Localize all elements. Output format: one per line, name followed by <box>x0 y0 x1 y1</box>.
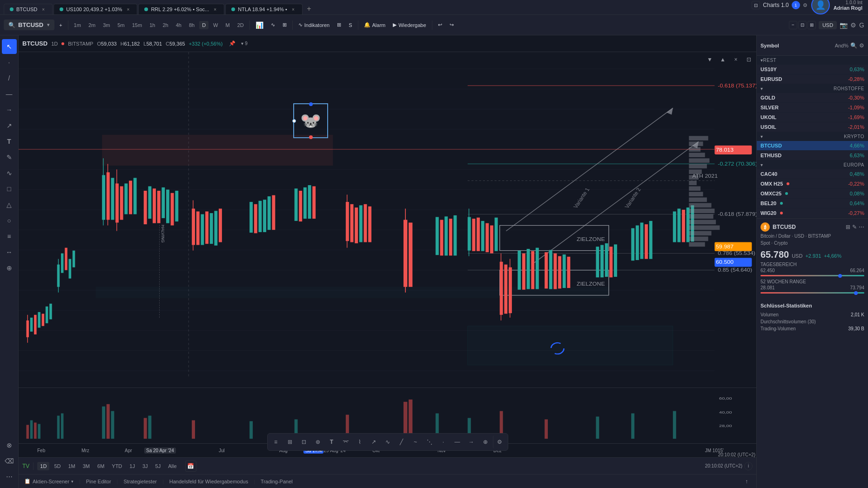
btool-line[interactable]: ∿ <box>381 435 394 448</box>
tf-opt-1m[interactable]: 1M <box>65 462 78 470</box>
tool-zoom[interactable]: ⊕ <box>2 261 17 275</box>
tf-m[interactable]: M <box>222 21 232 29</box>
minimize-chart-btn[interactable]: − <box>789 21 797 29</box>
tf-opt-ytd[interactable]: YTD <box>109 462 125 470</box>
tf-2h[interactable]: 2h <box>160 21 171 29</box>
redo-btn[interactable]: ↪ <box>447 20 457 30</box>
settings-btn[interactable]: ⚙ <box>850 21 856 29</box>
watchlist-group-rest[interactable]: ▾ REST <box>757 56 868 65</box>
tf-opt-3y[interactable]: 3J <box>140 462 151 470</box>
chart-ctrl-close[interactable]: × <box>730 54 741 65</box>
tool-hline[interactable]: — <box>2 87 17 101</box>
tf-opt-5d[interactable]: 5D <box>51 462 63 470</box>
btc-more-icon[interactable]: ⋯ <box>859 224 864 230</box>
chart-style-btn[interactable]: ∿ <box>268 20 278 30</box>
watchlist-group-krypto[interactable]: ▾ KRYPTO <box>757 132 868 141</box>
tool-ellipse[interactable]: ○ <box>2 213 17 228</box>
bottom-strategy[interactable]: Strategietester <box>123 479 157 484</box>
watchlist-item-gold[interactable]: GOLD -0,30% <box>757 93 868 103</box>
time-zone-btn[interactable]: 20:10:02 (UTC+2) <box>717 452 756 457</box>
chart-canvas[interactable]: Variante 1 Variante 2 ATH 2021 ZIELZONE … <box>19 52 756 388</box>
btool-text[interactable]: T <box>325 435 338 448</box>
watchlist-item-eurusd[interactable]: EURUSD -0,28% <box>757 74 868 84</box>
tf-5m[interactable]: 5m <box>114 21 127 29</box>
sync-chart-btn[interactable]: ⊞ <box>807 21 816 29</box>
bottom-trading-panel[interactable]: Trading-Panel <box>261 479 293 484</box>
btc-edit-icon[interactable]: ✎ <box>852 224 857 230</box>
tool-note[interactable]: ✎ <box>2 150 17 165</box>
tool-fib[interactable]: ≡ <box>2 229 17 244</box>
sticker-handle-bottom[interactable] <box>309 135 313 139</box>
tf-4h[interactable]: 4h <box>173 21 184 29</box>
replay-btn[interactable]: ▶ Wiedergabe <box>390 20 429 30</box>
btool-zoom[interactable]: ⊕ <box>479 435 492 448</box>
tab-close-rrl[interactable]: × <box>212 6 218 13</box>
chart-ctrl-up[interactable]: ▲ <box>717 54 728 65</box>
pin-icon[interactable]: 📌 <box>229 40 236 47</box>
bottom-pine-editor[interactable]: Pine Editor <box>86 479 111 484</box>
bottom-screener[interactable]: 📋 Aktien-Screener ▾ <box>24 478 74 484</box>
btc-grid-icon[interactable]: ⊞ <box>846 224 850 230</box>
s-btn[interactable]: S <box>346 20 355 30</box>
btool-hline[interactable]: — <box>451 435 464 448</box>
tool-text[interactable]: T <box>2 134 17 149</box>
btool-wave[interactable]: ⌇ <box>353 435 366 448</box>
add-chart-btn[interactable]: + <box>56 20 65 30</box>
watchlist-item-btcusd[interactable]: BTCUSD 4,66% <box>757 141 868 151</box>
tf-opt-1d[interactable]: 1D <box>37 462 49 470</box>
watchlist-item-cac40[interactable]: CAC40 0,48% <box>757 169 868 179</box>
tf-d[interactable]: D <box>199 21 209 29</box>
tool-dot[interactable]: · <box>2 55 17 70</box>
browser-tab-ntla[interactable]: NTLA 18.94 +1.94% • × <box>225 4 303 14</box>
browser-tab-rrl[interactable]: RRL 2.29 +6.02% • Soc... × <box>138 4 224 14</box>
tf-opt-all[interactable]: Alle <box>165 462 179 470</box>
fullscreen-chart-btn[interactable]: ⊡ <box>798 21 807 29</box>
btool-select[interactable]: ≡ <box>269 435 283 448</box>
publish-btn[interactable]: G <box>859 21 864 29</box>
btool-mark[interactable]: ⊛ <box>311 435 324 448</box>
alarm-btn[interactable]: 🔔 Alarm <box>361 20 389 30</box>
browser-tab-us100[interactable]: US100 20,439.2 +1.03% × <box>54 4 137 14</box>
tool-measure[interactable]: ↔ <box>2 245 17 260</box>
tool-arrow[interactable]: ↗ <box>2 118 17 133</box>
watchlist-item-ethusd[interactable]: ETHUSD 6,63% <box>757 151 868 160</box>
watchlist-item-ukoil[interactable]: UKOIL -1,69% <box>757 113 868 122</box>
user-avatar[interactable]: 👤 <box>811 0 830 14</box>
chart-ctrl-down[interactable]: ▼ <box>704 54 715 65</box>
maximize-icon[interactable]: ⊡ <box>752 1 760 9</box>
tf-opt-5y[interactable]: 5J <box>153 462 164 470</box>
tf-opt-1y[interactable]: 1J <box>127 462 138 470</box>
templates-btn[interactable]: ⊞ <box>334 20 344 30</box>
watchlist-group-europa[interactable]: ▾ EUROPA <box>757 160 868 169</box>
btool-ray[interactable]: → <box>465 435 478 448</box>
btool-settings[interactable]: ⚙ <box>493 435 506 448</box>
btool-curve[interactable]: ~ <box>409 435 422 448</box>
tab-close-ntla[interactable]: × <box>290 6 296 13</box>
undo-btn[interactable]: ↩ <box>435 20 445 30</box>
indicators-btn[interactable]: ∿ Indikatoren <box>296 20 332 30</box>
btool-anchor[interactable]: ⌤ <box>339 435 352 448</box>
tf-1m[interactable]: 1m <box>71 21 84 29</box>
tf-w[interactable]: W <box>210 21 221 29</box>
btool-diagonal[interactable]: ⋱ <box>423 435 436 448</box>
watchlist-item-omxc25[interactable]: OMXC25 0,08% <box>757 189 868 199</box>
tf-opt-6m[interactable]: 6M <box>94 462 107 470</box>
watchlist-search-btn[interactable]: 🔍 <box>850 42 857 49</box>
tool-brush[interactable]: ∿ <box>2 166 17 180</box>
info-icon[interactable]: i <box>744 462 753 470</box>
tf-15m[interactable]: 15m <box>129 21 145 29</box>
settings-icon[interactable]: ⚙ <box>803 2 807 8</box>
watchlist-item-wig20[interactable]: WIG20 -0,27% <box>757 208 868 218</box>
tool-eraser[interactable]: ⌫ <box>2 454 17 468</box>
tool-more[interactable]: ⋯ <box>2 469 17 484</box>
calendar-icon[interactable]: 📅 <box>185 461 196 472</box>
btool-box[interactable]: ⊡ <box>297 435 310 448</box>
bottom-trade[interactable]: Handelsfeld für Wiedergabemodus <box>169 479 248 484</box>
watchlist-item-usoil[interactable]: USOIL -2,01% <box>757 122 868 132</box>
sticker-handle-top[interactable] <box>309 102 313 106</box>
tool-cursor[interactable]: ↖ <box>2 39 17 54</box>
btool-arrow[interactable]: ↗ <box>367 435 380 448</box>
watchlist-item-bel20[interactable]: BEL20 0,64% <box>757 199 868 208</box>
tf-2d[interactable]: 2D <box>235 21 247 29</box>
btool-dot[interactable]: · <box>437 435 450 448</box>
